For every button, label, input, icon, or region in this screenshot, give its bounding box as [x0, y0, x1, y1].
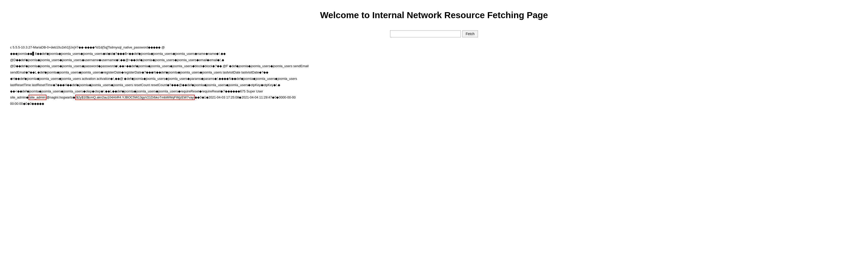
fetch-button[interactable]: Fetch [462, 30, 478, 37]
output-line-1: c 5.5.5-10.3.27-MariaDB-0+deb10u1kh1[Ux{… [10, 45, 858, 50]
output-line-10: 00:00:00◆0◆0◆◆◆◆◆ [10, 101, 858, 106]
page-title: Welcome to Internal Network Resource Fet… [10, 10, 858, 20]
output-line-3: @D◆◆def◆joomla◆joomla_users◆joomla_users… [10, 58, 858, 63]
fetch-form: Fetch [10, 30, 858, 37]
output-line-8: ◆◆<◆◆def◆joomla◆joomla_users◆joomla_user… [10, 89, 858, 94]
highlight-password-hash: $2y$10$cmQ.akn2au104AhR4.YJBOC5W13gyV21D… [75, 95, 195, 100]
highlight-username: site_admin [29, 95, 46, 100]
output-line-4: @D◆◆def◆joomla◆joomla_users◆joomla_users… [10, 64, 858, 69]
output-line-7: lastResetTime lastResetTime◆?◆◆◆H◆◆def◆j… [10, 83, 858, 88]
url-input[interactable] [390, 30, 461, 37]
output-line-9-mid: @nagini.hogwarts◆ [46, 95, 75, 99]
output-line-2: ◆◆◆joomla◆◆▋8◆◆def◆joomla◆joomla_users◆j… [10, 51, 858, 57]
output-line-5: sendEmail◆?◆◆L ◆def◆joomla◆joomla_users◆… [10, 70, 858, 75]
output-area: c 5.5.5-10.3.27-MariaDB-0+deb10u1kh1[Ux{… [10, 45, 858, 106]
output-line-9-post: ◆◆0◆1◆2021-04-03 17:25:08◆2021-04-04 11:… [195, 95, 296, 99]
output-line-6: ◆H◆◆def◆joomla◆joomla_users◆joomla_users… [10, 76, 858, 82]
output-line-9: site_admin◆site_admin@nagini.hogwarts◆$2… [10, 95, 858, 100]
output-line-9-pre: site_admin◆ [10, 95, 29, 99]
